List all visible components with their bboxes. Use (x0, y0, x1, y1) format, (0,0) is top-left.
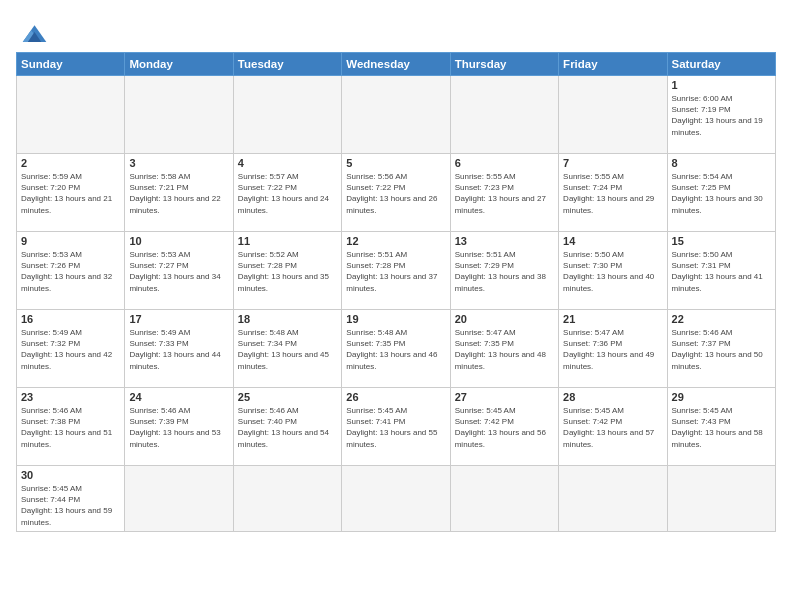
day-info: Sunrise: 5:52 AM Sunset: 7:28 PM Dayligh… (238, 249, 337, 294)
day-number: 14 (563, 235, 662, 247)
day-number: 15 (672, 235, 771, 247)
day-cell: 5Sunrise: 5:56 AM Sunset: 7:22 PM Daylig… (342, 154, 450, 232)
week-row-2: 2Sunrise: 5:59 AM Sunset: 7:20 PM Daylig… (17, 154, 776, 232)
day-cell: 26Sunrise: 5:45 AM Sunset: 7:41 PM Dayli… (342, 388, 450, 466)
day-number: 17 (129, 313, 228, 325)
day-cell: 3Sunrise: 5:58 AM Sunset: 7:21 PM Daylig… (125, 154, 233, 232)
day-info: Sunrise: 5:54 AM Sunset: 7:25 PM Dayligh… (672, 171, 771, 216)
day-info: Sunrise: 5:56 AM Sunset: 7:22 PM Dayligh… (346, 171, 445, 216)
header (16, 14, 776, 46)
day-info: Sunrise: 6:00 AM Sunset: 7:19 PM Dayligh… (672, 93, 771, 138)
day-number: 13 (455, 235, 554, 247)
day-cell: 9Sunrise: 5:53 AM Sunset: 7:26 PM Daylig… (17, 232, 125, 310)
day-cell (559, 466, 667, 532)
day-number: 18 (238, 313, 337, 325)
day-info: Sunrise: 5:51 AM Sunset: 7:29 PM Dayligh… (455, 249, 554, 294)
day-number: 5 (346, 157, 445, 169)
day-cell (233, 76, 341, 154)
day-cell (450, 466, 558, 532)
day-number: 1 (672, 79, 771, 91)
weekday-header-monday: Monday (125, 53, 233, 76)
week-row-3: 9Sunrise: 5:53 AM Sunset: 7:26 PM Daylig… (17, 232, 776, 310)
day-number: 19 (346, 313, 445, 325)
day-info: Sunrise: 5:53 AM Sunset: 7:27 PM Dayligh… (129, 249, 228, 294)
day-cell (125, 76, 233, 154)
day-cell: 25Sunrise: 5:46 AM Sunset: 7:40 PM Dayli… (233, 388, 341, 466)
day-number: 4 (238, 157, 337, 169)
day-info: Sunrise: 5:49 AM Sunset: 7:32 PM Dayligh… (21, 327, 120, 372)
day-cell (342, 76, 450, 154)
day-cell: 24Sunrise: 5:46 AM Sunset: 7:39 PM Dayli… (125, 388, 233, 466)
week-row-5: 23Sunrise: 5:46 AM Sunset: 7:38 PM Dayli… (17, 388, 776, 466)
day-cell: 14Sunrise: 5:50 AM Sunset: 7:30 PM Dayli… (559, 232, 667, 310)
day-info: Sunrise: 5:45 AM Sunset: 7:42 PM Dayligh… (455, 405, 554, 450)
day-cell (17, 76, 125, 154)
day-cell: 13Sunrise: 5:51 AM Sunset: 7:29 PM Dayli… (450, 232, 558, 310)
weekday-header-saturday: Saturday (667, 53, 775, 76)
day-info: Sunrise: 5:58 AM Sunset: 7:21 PM Dayligh… (129, 171, 228, 216)
day-number: 30 (21, 469, 120, 481)
day-number: 24 (129, 391, 228, 403)
day-cell: 6Sunrise: 5:55 AM Sunset: 7:23 PM Daylig… (450, 154, 558, 232)
day-info: Sunrise: 5:55 AM Sunset: 7:24 PM Dayligh… (563, 171, 662, 216)
day-info: Sunrise: 5:47 AM Sunset: 7:35 PM Dayligh… (455, 327, 554, 372)
day-cell: 11Sunrise: 5:52 AM Sunset: 7:28 PM Dayli… (233, 232, 341, 310)
day-number: 25 (238, 391, 337, 403)
day-number: 26 (346, 391, 445, 403)
day-info: Sunrise: 5:55 AM Sunset: 7:23 PM Dayligh… (455, 171, 554, 216)
day-info: Sunrise: 5:45 AM Sunset: 7:44 PM Dayligh… (21, 483, 120, 528)
day-cell: 27Sunrise: 5:45 AM Sunset: 7:42 PM Dayli… (450, 388, 558, 466)
day-cell: 28Sunrise: 5:45 AM Sunset: 7:42 PM Dayli… (559, 388, 667, 466)
day-cell: 4Sunrise: 5:57 AM Sunset: 7:22 PM Daylig… (233, 154, 341, 232)
week-row-4: 16Sunrise: 5:49 AM Sunset: 7:32 PM Dayli… (17, 310, 776, 388)
weekday-header-row: SundayMondayTuesdayWednesdayThursdayFrid… (17, 53, 776, 76)
calendar-table: SundayMondayTuesdayWednesdayThursdayFrid… (16, 52, 776, 532)
weekday-header-tuesday: Tuesday (233, 53, 341, 76)
day-cell (667, 466, 775, 532)
weekday-header-sunday: Sunday (17, 53, 125, 76)
day-number: 11 (238, 235, 337, 247)
day-cell: 15Sunrise: 5:50 AM Sunset: 7:31 PM Dayli… (667, 232, 775, 310)
day-info: Sunrise: 5:50 AM Sunset: 7:30 PM Dayligh… (563, 249, 662, 294)
day-cell: 23Sunrise: 5:46 AM Sunset: 7:38 PM Dayli… (17, 388, 125, 466)
day-info: Sunrise: 5:46 AM Sunset: 7:39 PM Dayligh… (129, 405, 228, 450)
day-info: Sunrise: 5:47 AM Sunset: 7:36 PM Dayligh… (563, 327, 662, 372)
day-cell: 1Sunrise: 6:00 AM Sunset: 7:19 PM Daylig… (667, 76, 775, 154)
day-cell: 10Sunrise: 5:53 AM Sunset: 7:27 PM Dayli… (125, 232, 233, 310)
day-number: 2 (21, 157, 120, 169)
week-row-1: 1Sunrise: 6:00 AM Sunset: 7:19 PM Daylig… (17, 76, 776, 154)
day-cell (342, 466, 450, 532)
day-number: 8 (672, 157, 771, 169)
day-info: Sunrise: 5:45 AM Sunset: 7:41 PM Dayligh… (346, 405, 445, 450)
day-cell: 29Sunrise: 5:45 AM Sunset: 7:43 PM Dayli… (667, 388, 775, 466)
day-number: 28 (563, 391, 662, 403)
day-cell: 17Sunrise: 5:49 AM Sunset: 7:33 PM Dayli… (125, 310, 233, 388)
weekday-header-friday: Friday (559, 53, 667, 76)
day-number: 22 (672, 313, 771, 325)
day-cell: 8Sunrise: 5:54 AM Sunset: 7:25 PM Daylig… (667, 154, 775, 232)
day-info: Sunrise: 5:50 AM Sunset: 7:31 PM Dayligh… (672, 249, 771, 294)
day-info: Sunrise: 5:46 AM Sunset: 7:40 PM Dayligh… (238, 405, 337, 450)
day-number: 9 (21, 235, 120, 247)
day-cell: 21Sunrise: 5:47 AM Sunset: 7:36 PM Dayli… (559, 310, 667, 388)
day-number: 23 (21, 391, 120, 403)
day-number: 7 (563, 157, 662, 169)
day-cell: 12Sunrise: 5:51 AM Sunset: 7:28 PM Dayli… (342, 232, 450, 310)
day-cell: 30Sunrise: 5:45 AM Sunset: 7:44 PM Dayli… (17, 466, 125, 532)
day-number: 20 (455, 313, 554, 325)
weekday-header-thursday: Thursday (450, 53, 558, 76)
day-cell: 7Sunrise: 5:55 AM Sunset: 7:24 PM Daylig… (559, 154, 667, 232)
day-info: Sunrise: 5:48 AM Sunset: 7:34 PM Dayligh… (238, 327, 337, 372)
day-cell (450, 76, 558, 154)
day-cell: 22Sunrise: 5:46 AM Sunset: 7:37 PM Dayli… (667, 310, 775, 388)
day-info: Sunrise: 5:59 AM Sunset: 7:20 PM Dayligh… (21, 171, 120, 216)
day-cell: 18Sunrise: 5:48 AM Sunset: 7:34 PM Dayli… (233, 310, 341, 388)
day-cell: 20Sunrise: 5:47 AM Sunset: 7:35 PM Dayli… (450, 310, 558, 388)
day-info: Sunrise: 5:45 AM Sunset: 7:43 PM Dayligh… (672, 405, 771, 450)
calendar-page: SundayMondayTuesdayWednesdayThursdayFrid… (0, 0, 792, 612)
week-row-6: 30Sunrise: 5:45 AM Sunset: 7:44 PM Dayli… (17, 466, 776, 532)
day-number: 29 (672, 391, 771, 403)
day-info: Sunrise: 5:46 AM Sunset: 7:37 PM Dayligh… (672, 327, 771, 372)
day-info: Sunrise: 5:53 AM Sunset: 7:26 PM Dayligh… (21, 249, 120, 294)
day-info: Sunrise: 5:51 AM Sunset: 7:28 PM Dayligh… (346, 249, 445, 294)
